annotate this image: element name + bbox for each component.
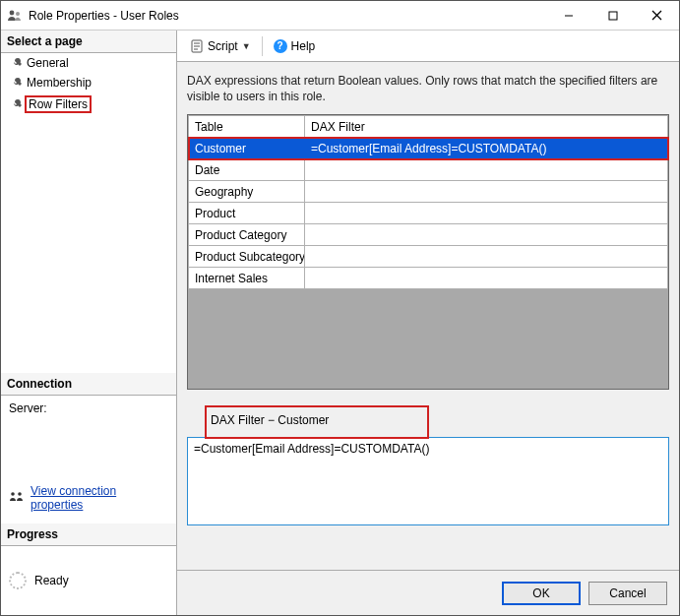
titlebar: Role Properties - User Roles <box>1 1 679 31</box>
table-row[interactable]: Internet Sales <box>189 268 668 289</box>
cell-table[interactable]: Date <box>189 159 305 181</box>
progress-status: Ready <box>34 574 69 587</box>
minimize-button[interactable] <box>546 1 590 31</box>
dax-editor-label: DAX Filter − Customer <box>187 413 669 427</box>
table-row[interactable]: Geography <box>189 181 668 203</box>
wrench-icon <box>11 98 23 110</box>
connection-header: Connection <box>1 373 176 396</box>
progress-spinner-icon <box>9 572 27 589</box>
cell-dax[interactable] <box>305 268 668 289</box>
svg-point-0 <box>10 10 15 15</box>
page-label: Membership <box>27 76 92 90</box>
table-row[interactable]: Customer=Customer[Email Address]=CUSTOMD… <box>189 138 668 159</box>
wrench-icon <box>11 77 23 89</box>
svg-rect-3 <box>609 12 617 20</box>
role-icon <box>7 8 23 24</box>
col-header-table[interactable]: Table <box>189 116 305 138</box>
role-properties-window: Role Properties - User Roles Select a pa… <box>0 0 680 616</box>
table-row[interactable]: Product Subcategory <box>189 246 668 268</box>
cell-dax[interactable] <box>305 159 668 181</box>
wrench-icon <box>11 57 23 69</box>
cancel-button[interactable]: Cancel <box>588 582 667 605</box>
ok-button[interactable]: OK <box>502 582 581 605</box>
dax-editor-input[interactable] <box>187 437 669 525</box>
table-row[interactable]: Product Category <box>189 224 668 246</box>
page-general[interactable]: General <box>1 53 176 73</box>
svg-point-6 <box>11 492 15 496</box>
page-label: General <box>27 56 69 70</box>
col-header-dax[interactable]: DAX Filter <box>305 116 668 138</box>
close-button[interactable] <box>635 1 679 31</box>
page-membership[interactable]: Membership <box>1 73 176 92</box>
view-connection-link[interactable]: View connection properties <box>31 484 168 512</box>
table-row[interactable]: Date <box>189 159 668 181</box>
page-description: DAX expressions that return Boolean valu… <box>187 74 669 104</box>
cell-table[interactable]: Geography <box>189 181 305 203</box>
cell-dax[interactable]: =Customer[Email Address]=CUSTOMDATA() <box>305 138 668 159</box>
page-label: Row Filters <box>25 95 92 113</box>
chevron-down-icon: ▼ <box>242 41 251 51</box>
window-title: Role Properties - User Roles <box>29 9 179 23</box>
script-label: Script <box>208 39 238 53</box>
connection-icon <box>9 491 25 505</box>
script-button[interactable]: Script ▼ <box>185 36 256 56</box>
svg-point-7 <box>18 492 22 496</box>
sidebar: Select a page General Membership <box>1 31 177 615</box>
svg-point-1 <box>16 12 20 16</box>
cell-dax[interactable] <box>305 224 668 246</box>
select-page-header: Select a page <box>1 31 176 53</box>
help-button[interactable]: ? Help <box>269 36 321 56</box>
help-icon: ? <box>274 39 287 53</box>
content-toolbar: Script ▼ ? Help <box>177 31 679 62</box>
cell-dax[interactable] <box>305 181 668 203</box>
page-row-filters[interactable]: Row Filters <box>1 92 176 116</box>
table-row[interactable]: Product <box>189 203 668 224</box>
progress-header: Progress <box>1 524 176 546</box>
dax-filters-grid: Table DAX Filter Customer=Customer[Email… <box>187 114 669 390</box>
cell-table[interactable]: Product Category <box>189 224 305 246</box>
cell-table[interactable]: Internet Sales <box>189 268 305 289</box>
script-icon <box>190 39 204 53</box>
cell-dax[interactable] <box>305 246 668 268</box>
cell-table[interactable]: Product Subcategory <box>189 246 305 268</box>
help-label: Help <box>291 39 316 53</box>
server-label: Server: <box>9 401 168 415</box>
maximize-button[interactable] <box>590 1 635 31</box>
cell-table[interactable]: Customer <box>189 138 305 159</box>
dialog-button-bar: OK Cancel <box>177 570 679 615</box>
cell-dax[interactable] <box>305 203 668 224</box>
main-panel: Script ▼ ? Help DAX expressions that ret… <box>177 31 679 615</box>
cell-table[interactable]: Product <box>189 203 305 224</box>
